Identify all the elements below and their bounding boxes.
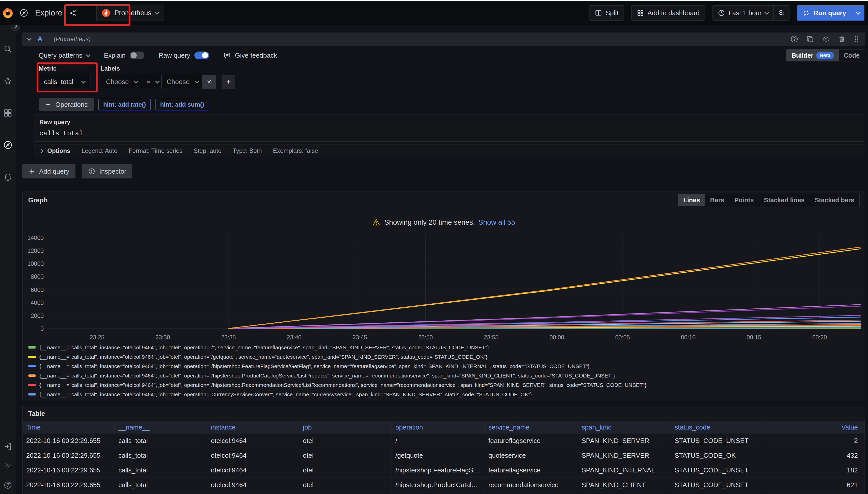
datasource-picker[interactable]: Prometheus — [96, 5, 164, 21]
split-columns-icon — [595, 10, 602, 17]
label-key-placeholder: Choose — [106, 78, 129, 86]
code-label: Code — [844, 52, 860, 59]
sidebar-item-explore[interactable] — [0, 137, 16, 153]
column-header-time[interactable]: Time — [23, 421, 115, 434]
run-query-button[interactable]: Run query — [797, 5, 865, 21]
grafana-logo[interactable] — [0, 7, 16, 19]
graph-panel: Graph LinesBarsPointsStacked linesStacke… — [22, 191, 865, 401]
sidebar-item-starred[interactable] — [0, 73, 16, 89]
column-header--name-[interactable]: __name__ — [115, 421, 207, 434]
legend-row[interactable]: {__name__="calls_total", instance="otelc… — [28, 390, 865, 399]
table-row[interactable]: 2022-10-16 00:22:29.655calls_totalotelco… — [23, 463, 865, 478]
legend-row[interactable]: {__name__="calls_total", instance="otelc… — [28, 371, 865, 380]
table-cell: 2022-10-16 00:22:29.655 — [26, 437, 101, 445]
table-row[interactable]: 2022-10-16 00:22:29.655calls_totalotelco… — [23, 493, 865, 494]
graph-mode-points[interactable]: Points — [729, 194, 759, 206]
split-button[interactable]: Split — [590, 5, 624, 21]
sidebar-item-help[interactable] — [0, 481, 16, 490]
inspector-label: Inspector — [100, 168, 127, 175]
raw-query-toggle[interactable] — [194, 52, 209, 59]
metric-select[interactable]: calls_total — [39, 75, 90, 89]
question-circle-icon — [790, 35, 798, 43]
add-query-button[interactable]: Add query — [22, 164, 75, 178]
window-top-edge — [0, 0, 868, 1]
column-header-status-code[interactable]: status_code — [671, 421, 764, 434]
query-drag-handle[interactable] — [853, 35, 860, 43]
remove-label-filter-button[interactable]: × — [202, 75, 216, 89]
table-cell: featureflagservice — [488, 437, 541, 445]
query-hint-button-0[interactable]: hint: add rate() — [98, 99, 151, 110]
table-cell: otelcol:9464 — [211, 481, 247, 489]
chevron-down-icon — [86, 52, 90, 57]
time-range-picker[interactable]: Last 1 hour — [713, 9, 774, 17]
graph-mode-lines[interactable]: Lines — [678, 194, 705, 206]
explain-toggle[interactable] — [130, 52, 144, 59]
raw-query-value: calls_total — [39, 130, 860, 137]
give-feedback-link[interactable]: Give feedback — [223, 52, 277, 59]
zoom-out-button[interactable] — [774, 5, 789, 20]
graph-mode-bars[interactable]: Bars — [705, 194, 729, 206]
query-row-header[interactable]: A (Prometheus) — [22, 33, 865, 46]
table-cell-wrap: otel — [299, 434, 392, 448]
table-row[interactable]: 2022-10-16 00:22:29.655calls_totalotelco… — [23, 434, 865, 448]
column-header-span-kind[interactable]: span_kind — [578, 421, 671, 434]
share-icon[interactable] — [69, 9, 76, 17]
table-row[interactable]: 2022-10-16 00:22:29.655calls_totalotelco… — [23, 448, 865, 463]
query-help-button[interactable] — [790, 35, 798, 43]
label-value-select[interactable]: Choose — [162, 75, 202, 89]
main-content: A (Prometheus) — [16, 25, 868, 494]
show-all-series-link[interactable]: Show all 55 — [478, 218, 515, 226]
inspector-button[interactable]: Inspector — [82, 164, 133, 178]
legend-label: {__name__="calls_total", instance="otelc… — [39, 344, 489, 350]
legend-row[interactable]: {__name__="calls_total", instance="otelc… — [28, 380, 865, 390]
query-patterns-dropdown[interactable]: Query patterns — [39, 52, 90, 59]
tab-code[interactable]: Code — [839, 50, 865, 61]
column-header-operation[interactable]: operation — [392, 421, 485, 434]
column-header-job[interactable]: job — [299, 421, 392, 434]
table-row[interactable]: 2022-10-16 00:22:29.655calls_totalotelco… — [23, 478, 865, 493]
legend-row[interactable]: {__name__="calls_total", instance="otelc… — [28, 361, 865, 371]
table-cell: 2022-10-16 00:22:29.655 — [26, 481, 101, 489]
graph-mode-stacked-bars[interactable]: Stacked bars — [810, 194, 860, 206]
label-operator-select[interactable]: = — [141, 75, 162, 89]
collapse-chevron-icon[interactable] — [27, 36, 31, 41]
sidebar-item-search[interactable] — [0, 41, 16, 57]
legend-row[interactable]: {__name__="calls_total", instance="otelc… — [28, 352, 865, 361]
table-cell-wrap: otelcol:9464 — [207, 434, 299, 448]
table-cell-wrap: /hipstershop.ProductCatalogService/ListP… — [392, 478, 485, 493]
run-query-options[interactable] — [852, 5, 865, 21]
sidebar-item-sign-in[interactable] — [0, 442, 16, 451]
table-cell-wrap: STATUS_CODE_OK — [671, 448, 764, 463]
sidebar-item-settings[interactable] — [0, 461, 16, 470]
add-to-dashboard-button[interactable]: Add to dashboard — [631, 5, 705, 21]
column-header-instance[interactable]: instance — [207, 421, 299, 434]
legend-swatch — [28, 375, 36, 377]
legend-row-clipped[interactable]: {__name__="calls_total", instance="otelc… — [28, 399, 865, 401]
tab-builder[interactable]: Builder Beta — [786, 50, 838, 61]
label-key-select[interactable]: Choose — [101, 75, 141, 89]
add-label-filter-button[interactable]: + — [221, 75, 235, 89]
table-cell-wrap: otel — [299, 493, 392, 494]
add-operation-button[interactable]: Operations — [39, 98, 94, 111]
legend-row[interactable]: {__name__="calls_total", instance="otelc… — [28, 343, 865, 352]
table-cell-wrap: otelcol:9464 — [207, 478, 299, 493]
query-hint-button-1[interactable]: hint: add sum() — [155, 99, 209, 110]
table-cell: / — [395, 437, 397, 445]
column-header-service-name[interactable]: service_name — [485, 421, 578, 434]
explain-toggle-group: Explain — [104, 52, 144, 59]
graph-mode-stacked-lines[interactable]: Stacked lines — [759, 194, 810, 206]
explain-label: Explain — [104, 52, 126, 59]
chevron-down-icon — [155, 10, 159, 15]
builder-code-switch: Builder Beta Code — [786, 49, 865, 61]
sidebar-item-alerting[interactable] — [0, 169, 16, 185]
query-remove-button[interactable] — [838, 35, 846, 43]
sidebar-item-dashboards[interactable] — [0, 105, 16, 121]
info-circle-icon — [88, 168, 95, 175]
column-header-value[interactable]: Value — [764, 421, 865, 434]
metric-field-label: Metric — [39, 65, 90, 72]
svg-text:00:05: 00:05 — [615, 334, 630, 341]
query-hide-button[interactable] — [822, 35, 830, 43]
time-series-chart[interactable]: 23:2523:3023:3523:4023:4523:5023:5500:00… — [23, 230, 865, 342]
query-duplicate-button[interactable] — [806, 35, 814, 43]
options-expand[interactable]: Options — [39, 147, 70, 154]
